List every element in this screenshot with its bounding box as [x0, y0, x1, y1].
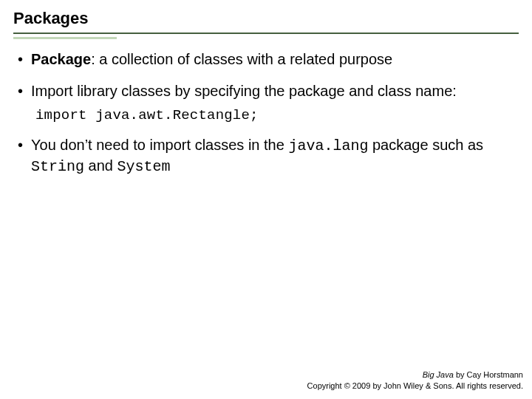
slide: Packages Package: a collection of classe…: [0, 0, 532, 399]
bullet-list-2: You don’t need to import classes in the …: [13, 135, 519, 177]
footer-line-1: Big Java by Cay Horstmann: [307, 369, 523, 381]
code-snippet: import java.awt.Rectangle;: [35, 107, 519, 123]
bullet-text: Import library classes by specifying the…: [31, 83, 457, 99]
footer-author: by Cay Horstmann: [454, 370, 523, 379]
inline-code: System: [117, 158, 171, 175]
inline-code: java.lang: [288, 137, 368, 154]
slide-title: Packages: [13, 9, 519, 34]
footer: Big Java by Cay Horstmann Copyright © 20…: [307, 369, 523, 392]
inline-code: String: [31, 158, 84, 175]
bullet-item-2: Import library classes by specifying the…: [18, 81, 519, 101]
bullet-text-part: package such as: [372, 137, 483, 153]
book-title: Big Java: [423, 370, 454, 379]
bullet-item-1: Package: a collection of classes with a …: [18, 50, 519, 69]
bullet-text-part: You don’t need to import classes in the: [31, 137, 288, 153]
bullet-list: Package: a collection of classes with a …: [13, 50, 519, 101]
bullet-item-3: You don’t need to import classes in the …: [18, 135, 519, 177]
title-underline-accent: [13, 37, 117, 39]
term-label: Package: [31, 51, 91, 67]
footer-line-2: Copyright © 2009 by John Wiley & Sons. A…: [307, 381, 523, 392]
bullet-text: : a collection of classes with a related…: [91, 51, 392, 67]
bullet-text-part: and: [89, 157, 117, 174]
